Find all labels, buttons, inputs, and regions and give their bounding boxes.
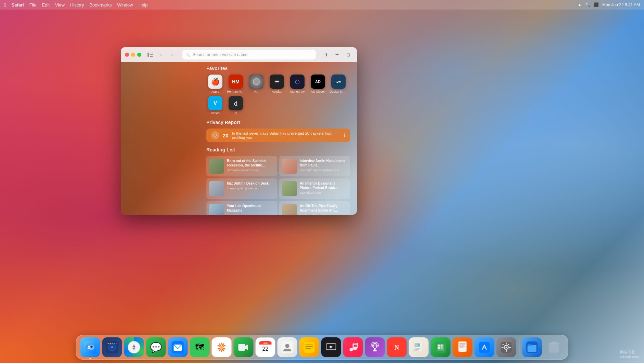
sidebar-toggle-button[interactable] [145, 50, 155, 59]
dock-launchpad[interactable] [102, 337, 122, 357]
svg-rect-17 [114, 343, 115, 344]
dock-contacts[interactable] [278, 337, 297, 357]
dock-podcasts[interactable] [365, 337, 385, 357]
reading-item-0[interactable]: Born out of the Spanish recession, the a… [206, 156, 277, 176]
fav-hm[interactable]: HM Herman Miller [227, 75, 245, 93]
svg-rect-68 [438, 347, 440, 349]
reading-title-2: MacDuffin | Desk on Desk [227, 181, 274, 186]
tab-overview-button[interactable]: ⊡ [343, 50, 353, 59]
dock-notes[interactable] [299, 337, 319, 357]
reading-title-5: An Off-The-Plan Family Apartment Unlike … [300, 204, 347, 213]
svg-rect-67 [441, 345, 443, 347]
dock-trash[interactable] [544, 337, 564, 357]
fav-vimeo[interactable]: V Vimeo [206, 96, 224, 115]
reading-item-3[interactable]: An Interior Designer's Picture-Perfect B… [279, 178, 350, 199]
apple-menu[interactable]:  [4, 2, 6, 8]
svg-point-80 [506, 347, 507, 348]
dock-music[interactable] [343, 337, 363, 357]
svg-rect-14 [108, 343, 109, 344]
privacy-count: 20 [223, 133, 229, 138]
menubar-window[interactable]: Window [117, 2, 133, 8]
privacy-bar[interactable]: 🛡 20 In the last seven days Safari has p… [206, 129, 350, 142]
privacy-info-icon[interactable]: ℹ [344, 133, 345, 138]
svg-point-31 [220, 346, 223, 349]
forward-button[interactable]: › [167, 50, 177, 59]
watermark: 网客下载 wkhub.com [620, 350, 639, 359]
privacy-shield-icon: 🛡 [211, 131, 219, 139]
menubar-edit[interactable]: Edit [42, 2, 50, 8]
svg-point-48 [354, 347, 357, 350]
fav-apple[interactable]: 🍎 Apple [206, 75, 224, 93]
reading-item-5[interactable]: An Off-The-Plan Family Apartment Unlike … [279, 201, 350, 215]
address-bar[interactable]: 🔍 Search or enter website name [182, 50, 316, 59]
reading-item-1[interactable]: Interview Armin Heinemann from Paula... … [279, 156, 350, 176]
dock-calendar[interactable]: JUN 22 [256, 337, 275, 357]
svg-rect-51 [353, 344, 358, 345]
fav-hm-icon: HM [229, 75, 243, 89]
share-button[interactable]: ⬆ [321, 50, 331, 59]
dock-mail[interactable] [168, 337, 188, 357]
dock-appletv[interactable] [321, 337, 341, 357]
fav-designmuseum-icon: tDM [331, 75, 346, 89]
fav-monodraw[interactable]: ⬡ Monodraw [288, 75, 306, 93]
dock-news[interactable]: N [387, 337, 407, 357]
svg-rect-18 [116, 343, 117, 344]
menubar-history[interactable]: History [70, 2, 84, 8]
fav-d[interactable]: d D [227, 96, 245, 115]
datetime-display: Mon Jun 22 9:41 AM [602, 2, 640, 7]
dock-numbers[interactable] [431, 337, 451, 357]
dock-finder[interactable] [80, 337, 100, 357]
fav-ku[interactable]: Ku [247, 75, 265, 93]
dock-maps[interactable]: 🗺 [190, 337, 210, 357]
dock-messages[interactable]: 💬 [146, 337, 166, 357]
svg-rect-1 [150, 53, 153, 53]
menubar-bookmarks[interactable]: Bookmarks [89, 2, 112, 8]
svg-rect-91 [552, 341, 556, 343]
fav-designmuseum[interactable]: tDM Design Museum [330, 75, 347, 93]
svg-rect-71 [460, 343, 466, 344]
dock-appstore[interactable]: A [475, 337, 494, 357]
reading-item-4[interactable]: Your Lab Openhouse — Magazine openhouse-… [206, 201, 277, 215]
svg-rect-63 [415, 350, 418, 351]
window-maximize-button[interactable] [137, 53, 141, 57]
svg-rect-3 [150, 56, 153, 57]
menubar-safari[interactable]: Safari [11, 2, 24, 8]
reading-info-3: An Interior Designer's Picture-Perfect B… [300, 181, 347, 194]
fav-ku-icon [249, 75, 263, 89]
battery-icon: ⬛ [594, 2, 599, 7]
reading-title-3: An Interior Designer's Picture-Perfect B… [300, 181, 347, 190]
dock-container: 💬 🗺 [76, 335, 568, 360]
svg-rect-66 [438, 345, 440, 347]
menubar-view[interactable]: View [55, 2, 65, 8]
svg-rect-0 [147, 53, 149, 57]
new-tab-button[interactable]: + [332, 50, 342, 59]
reading-item-2[interactable]: MacDuffin | Desk on Desk themacgoffin@tm… [206, 178, 277, 199]
menubar-help[interactable]: Help [139, 2, 148, 8]
svg-rect-72 [460, 344, 466, 345]
svg-rect-42 [306, 345, 313, 345]
dock-safari[interactable] [124, 337, 144, 357]
dock-files[interactable] [522, 337, 542, 357]
favorites-title: Favorites [206, 66, 350, 71]
address-placeholder: Search or enter website name [193, 52, 247, 57]
svg-rect-69 [441, 347, 443, 349]
dock-preview[interactable] [409, 337, 429, 357]
fav-notplan[interactable]: ✳ Notplan [268, 75, 286, 93]
dock-photos[interactable] [212, 337, 232, 357]
fav-adclever[interactable]: AD AD Clever [309, 75, 327, 93]
reading-info-5: An Off-The-Plan Family Apartment Unlike … [300, 204, 347, 215]
reading-title-4: Your Lab Openhouse — Magazine [227, 204, 274, 213]
dock-settings[interactable] [497, 337, 516, 357]
back-button[interactable]: ‹ [156, 50, 166, 59]
reading-url-3: www.dwell.com [300, 191, 347, 194]
dock-facetime[interactable] [234, 337, 254, 357]
reading-list-grid: Born out of the Spanish recession, the a… [206, 156, 350, 215]
window-close-button[interactable] [125, 53, 129, 57]
svg-rect-84 [509, 347, 511, 348]
dock-pages[interactable] [453, 337, 473, 357]
svg-point-27 [133, 347, 135, 348]
window-minimize-button[interactable] [131, 53, 135, 57]
search-icon[interactable]: 🔍 [585, 2, 590, 7]
favorites-section: Favorites 🍎 Apple HM Herman Miller [206, 66, 350, 115]
menubar-file[interactable]: File [29, 2, 37, 8]
